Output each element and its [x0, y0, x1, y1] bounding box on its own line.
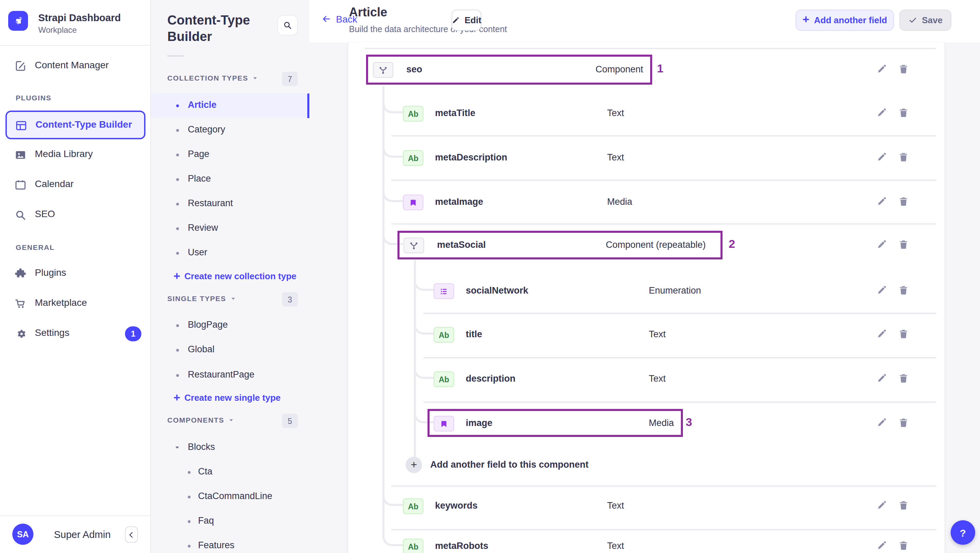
bullet-icon — [176, 203, 179, 205]
sidebar-item-marketplace[interactable]: Marketplace — [0, 291, 151, 316]
add-component-field-button[interactable]: + — [406, 457, 422, 473]
search-button[interactable] — [277, 15, 298, 35]
edit-field-button[interactable] — [876, 328, 888, 340]
subnav-item-label: Restaurant — [188, 198, 233, 208]
tree-elbow — [414, 396, 434, 423]
main-area: Back Article Build the data architecture… — [309, 0, 980, 553]
field-name: metaDescription — [435, 151, 508, 165]
subnav-item-page[interactable]: Page — [151, 143, 309, 167]
sidebar-item-content-type-builder[interactable]: Content-Type Builder — [5, 111, 145, 139]
sidebar-item-label: Marketplace — [35, 297, 87, 308]
field-name: metaRobots — [435, 539, 488, 553]
row-divider — [391, 135, 936, 136]
delete-field-button[interactable] — [898, 540, 910, 551]
sidebar-item-settings[interactable]: Settings1 — [0, 321, 151, 346]
field-name: keywords — [435, 499, 478, 513]
delete-field-button[interactable] — [898, 107, 910, 119]
subnav-section-header[interactable]: COMPONENTS — [167, 416, 235, 424]
field-name: seo — [406, 63, 422, 76]
bullet-icon — [176, 252, 179, 255]
sidebar-item-calendar[interactable]: Calendar — [0, 173, 151, 197]
sidebar-item-plugins[interactable]: Plugins — [0, 262, 151, 286]
edit-field-button[interactable] — [876, 540, 888, 551]
subnav-item-features[interactable]: Features — [151, 534, 309, 553]
sidebar-collapse-button[interactable] — [125, 526, 138, 543]
delete-field-button[interactable] — [898, 285, 910, 296]
avatar[interactable]: SA — [12, 524, 33, 545]
search-icon — [14, 209, 27, 221]
delete-field-button[interactable] — [898, 328, 910, 340]
subnav-item-label: Review — [188, 222, 218, 233]
subnav-item-blogpage[interactable]: BlogPage — [151, 313, 309, 338]
delete-field-button[interactable] — [898, 239, 910, 251]
edit-button[interactable]: Edit — [452, 10, 482, 31]
delete-field-button[interactable] — [898, 373, 910, 385]
subnav-item-label: User — [188, 247, 207, 257]
ctb-icon — [15, 119, 27, 132]
notification-badge: 1 — [125, 326, 142, 342]
edit-label: Edit — [465, 15, 481, 25]
pencil-icon — [452, 16, 460, 24]
subnav-item-place[interactable]: Place — [151, 167, 309, 192]
edit-field-button[interactable] — [876, 373, 888, 385]
add-component-field-label[interactable]: Add another field to this component — [430, 458, 589, 472]
subnav-item-cta[interactable]: Cta — [151, 460, 309, 485]
subnav-item-category[interactable]: Category — [151, 118, 309, 143]
field-type: Text — [607, 151, 624, 165]
gear-icon — [14, 328, 27, 340]
edit-field-button[interactable] — [876, 64, 888, 75]
subnav-group-blocks[interactable]: Blocks — [151, 435, 309, 460]
add-another-field-button[interactable]: + Add another field — [795, 10, 894, 31]
edit-field-button[interactable] — [876, 107, 888, 119]
create-new-link[interactable]: +Create new single type — [151, 386, 309, 410]
add-field-label: Add another field — [814, 15, 887, 25]
subnav-item-restaurantpage[interactable]: RestaurantPage — [151, 363, 309, 388]
bullet-icon — [188, 496, 191, 498]
delete-field-button[interactable] — [898, 500, 910, 512]
edit-field-button[interactable] — [876, 239, 888, 251]
edit-field-button[interactable] — [876, 196, 888, 208]
save-button[interactable]: Save — [899, 10, 951, 31]
row-divider — [423, 401, 936, 402]
plus-icon: + — [173, 270, 180, 283]
edit-field-button[interactable] — [876, 500, 888, 512]
delete-field-button[interactable] — [898, 152, 910, 163]
field-type: Text — [607, 106, 624, 120]
workspace-label: Workplace — [38, 25, 77, 35]
help-button[interactable]: ? — [951, 520, 975, 545]
field-name: image — [466, 416, 492, 430]
subnav-item-restaurant[interactable]: Restaurant — [151, 192, 309, 216]
subnav-item-user[interactable]: User — [151, 241, 309, 265]
main-sidebar: Strapi Dashboard Workplace Content Manag… — [0, 0, 151, 553]
subnav-item-label: Cta — [198, 466, 212, 477]
edit-field-button[interactable] — [876, 417, 888, 429]
edit-field-button[interactable] — [876, 152, 888, 163]
subnav-item-review[interactable]: Review — [151, 216, 309, 241]
subnav-item-global[interactable]: Global — [151, 338, 309, 362]
create-new-link[interactable]: +Create new collection type — [151, 265, 309, 288]
delete-field-button[interactable] — [898, 64, 910, 75]
subnav-section-header[interactable]: SINGLE TYPES — [167, 294, 236, 302]
subnav-item-faq[interactable]: Faq — [151, 509, 309, 534]
delete-field-button[interactable] — [898, 196, 910, 208]
subnav-section-header[interactable]: COLLECTION TYPES — [167, 74, 258, 82]
sidebar-item-media-library[interactable]: Media Library — [0, 143, 151, 167]
media-chip-icon — [434, 416, 454, 431]
delete-field-button[interactable] — [898, 417, 910, 429]
edit-field-button[interactable] — [876, 285, 888, 296]
sidebar-divider — [0, 45, 150, 46]
subnav-item-label: BlogPage — [188, 319, 228, 330]
tree-elbow — [382, 218, 403, 245]
sidebar-item-label: Plugins — [35, 267, 66, 278]
bullet-icon — [176, 129, 179, 132]
tree-elbow — [382, 130, 403, 158]
subnav-item-ctacommandline[interactable]: CtaCommandLine — [151, 485, 309, 509]
content-manager-icon — [14, 60, 27, 72]
plus-icon: + — [173, 391, 180, 405]
sidebar-item-content-manager[interactable]: Content Manager — [0, 54, 151, 78]
subnav-item-article[interactable]: Article — [151, 94, 309, 118]
sidebar-item-seo[interactable]: SEO — [0, 203, 151, 227]
row-divider — [423, 357, 936, 358]
tree-elbow — [414, 264, 434, 291]
tree-elbow — [414, 307, 434, 335]
